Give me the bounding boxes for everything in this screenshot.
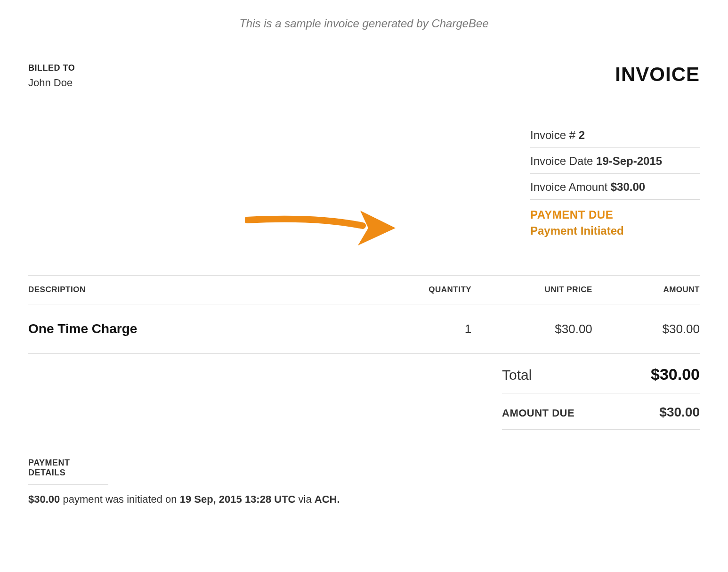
payment-details-block: PAYMENT DETAILS $30.00 payment was initi… [28,458,700,506]
pd-mid: payment was initiated on [60,493,179,505]
invoice-number-row: Invoice # 2 [530,122,700,148]
item-unit-price: $30.00 [471,304,592,354]
col-description: DESCRIPTION [28,276,378,304]
payment-details-heading: PAYMENT DETAILS [28,458,108,485]
total-label: Total [502,367,532,383]
invoice-amount-label: Invoice Amount [530,180,611,193]
billed-to-label: BILLED TO [28,63,75,73]
invoice-title: INVOICE [615,63,700,86]
invoice-amount-value: $30.00 [611,180,645,193]
callout-arrow-icon [245,202,396,254]
invoice-date-value: 19-Sep-2015 [596,155,662,167]
pd-method: ACH. [315,493,340,505]
col-quantity: QUANTITY [378,276,472,304]
invoice-number-label: Invoice # [530,129,579,141]
invoice-amount-row: Invoice Amount $30.00 [530,174,700,200]
payment-details-text: $30.00 payment was initiated on 19 Sep, … [28,493,700,506]
amount-due-label: AMOUNT DUE [502,407,574,419]
svg-marker-0 [358,211,396,245]
table-row: One Time Charge 1 $30.00 $30.00 [28,304,700,354]
pd-amount: $30.00 [28,493,60,505]
invoice-date-row: Invoice Date 19-Sep-2015 [530,148,700,174]
pd-via: via [295,493,314,505]
total-value: $30.00 [651,365,700,384]
amount-due-row: AMOUNT DUE $30.00 [502,393,700,430]
total-row: Total $30.00 [502,354,700,393]
billed-to-block: BILLED TO John Doe [28,63,75,89]
col-amount: AMOUNT [592,276,700,304]
amount-due-value: $30.00 [659,405,700,420]
item-amount: $30.00 [592,304,700,354]
pd-timestamp: 19 Sep, 2015 13:28 UTC [180,493,296,505]
col-unit-price: UNIT PRICE [471,276,592,304]
invoice-date-label: Invoice Date [530,155,596,167]
item-description: One Time Charge [28,304,378,354]
billed-to-name: John Doe [28,77,75,89]
payment-initiated-label: Payment Initiated [530,224,700,237]
line-items-table: DESCRIPTION QUANTITY UNIT PRICE AMOUNT O… [28,275,700,354]
totals-block: Total $30.00 AMOUNT DUE $30.00 [502,354,700,430]
sample-invoice-note: This is a sample invoice generated by Ch… [0,17,728,30]
invoice-meta: Invoice # 2 Invoice Date 19-Sep-2015 Inv… [530,122,700,237]
payment-status-block: PAYMENT DUE Payment Initiated [530,200,700,237]
item-quantity: 1 [378,304,472,354]
invoice-number-value: 2 [579,129,585,141]
payment-due-label: PAYMENT DUE [530,208,700,221]
